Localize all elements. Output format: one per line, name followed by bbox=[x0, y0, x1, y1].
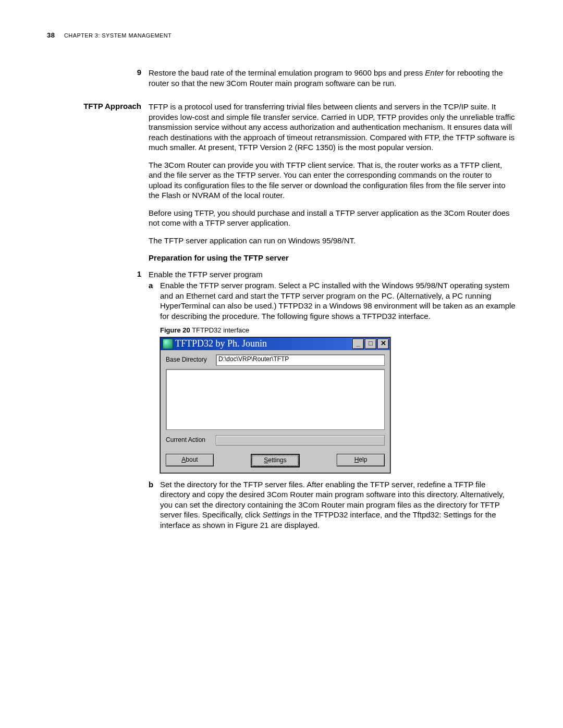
window-titlebar[interactable]: TFTPD32 by Ph. Jounin _ □ ✕ bbox=[161, 338, 390, 350]
current-action-label: Current Action bbox=[166, 436, 216, 445]
settings-button[interactable]: Settings bbox=[251, 454, 300, 467]
prep-heading: Preparation for using the TFTP server bbox=[149, 253, 516, 263]
step-9-text: Restore the baud rate of the terminal em… bbox=[149, 68, 516, 88]
base-directory-label: Base Directory bbox=[166, 356, 216, 364]
step-9: 9 Restore the baud rate of the terminal … bbox=[47, 68, 516, 88]
page-header: 38 CHAPTER 3: SYSTEM MANAGEMENT bbox=[47, 31, 516, 39]
base-directory-field[interactable]: D:\doc\VRP\Router\TFTP bbox=[216, 354, 385, 366]
current-action-field bbox=[216, 435, 385, 446]
log-box[interactable] bbox=[166, 369, 385, 430]
window-title: TFTPD32 by Ph. Jounin bbox=[175, 338, 352, 350]
tftpd32-window: TFTPD32 by Ph. Jounin _ □ ✕ Base Directo… bbox=[160, 337, 390, 473]
tftp-para-4: The TFTP server application can run on W… bbox=[149, 236, 516, 246]
tftp-approach-section: TFTP Approach TFTP is a protocol used fo… bbox=[47, 102, 516, 265]
step-number: 1 bbox=[137, 269, 141, 278]
section-label: TFTP Approach bbox=[83, 102, 141, 110]
substep-a: a Enable the TFTP server program. Select… bbox=[149, 280, 516, 321]
close-button[interactable]: ✕ bbox=[377, 339, 389, 349]
prep-substeps: a Enable the TFTP server program. Select… bbox=[47, 280, 516, 532]
help-button[interactable]: Help bbox=[337, 454, 385, 466]
tftp-para-2: The 3Com Router can provide you with TFT… bbox=[149, 160, 516, 201]
substep-a-text: Enable the TFTP server program. Select a… bbox=[160, 280, 516, 321]
chapter-title: CHAPTER 3: SYSTEM MANAGEMENT bbox=[64, 32, 172, 39]
maximize-button[interactable]: □ bbox=[365, 339, 376, 349]
about-button[interactable]: About bbox=[166, 454, 214, 466]
page-number: 38 bbox=[47, 31, 55, 39]
substep-b-text: Set the directory for the TFTP server fi… bbox=[160, 479, 516, 530]
substep-letter: a bbox=[149, 280, 160, 321]
prep-step-1: 1 Enable the TFTP server program bbox=[47, 269, 516, 280]
prep-step-1-text: Enable the TFTP server program bbox=[149, 269, 516, 280]
minimize-button[interactable]: _ bbox=[352, 339, 364, 349]
app-icon bbox=[163, 339, 173, 349]
substep-letter: b bbox=[149, 479, 160, 530]
figure-caption: Figure 20 TFTPD32 interface bbox=[160, 326, 516, 335]
tftp-para-1: TFTP is a protocol used for transferring… bbox=[149, 102, 516, 153]
tftp-para-3: Before using TFTP, you should purchase a… bbox=[149, 208, 516, 228]
step-number: 9 bbox=[137, 68, 141, 77]
button-row: About Settings Help bbox=[161, 451, 390, 473]
substep-b: b Set the directory for the TFTP server … bbox=[149, 479, 516, 530]
